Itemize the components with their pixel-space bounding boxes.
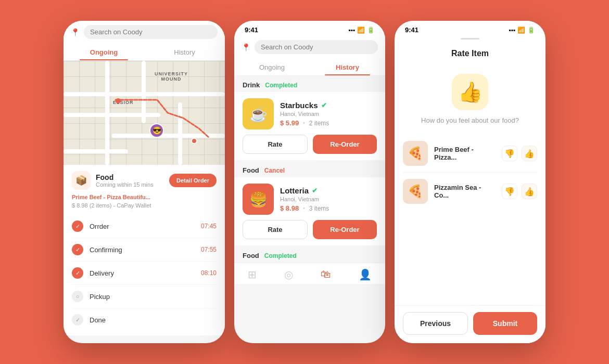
food-icon: 📦 [72,171,91,190]
starbucks-price: $ 5.99 [280,119,299,127]
section-header-food2: Food Completed [234,246,385,263]
lotteria-location: Hanoi, Vietnam [280,196,377,202]
phone-1: 📍 Ongoing History UNIVERSITYMOUND ELSIOR… [64,21,225,343]
rate-item-2: 🍕 Pizzamin Sea - Co... 👎 👍 [403,173,537,210]
rate-item-1: 🍕 Prime Beef - Pizza... 👎 👍 [403,135,537,173]
lotteria-price: $ 8.98 [280,204,299,212]
starbucks-reorder-button[interactable]: Re-Order [313,135,377,154]
search-input-2[interactable] [255,40,378,54]
starbucks-verified: ✔ [321,101,327,109]
submit-button[interactable]: Submit [473,312,537,335]
step-time-delivery: 08:10 [201,269,217,277]
nav-grid[interactable]: ⊞ [248,268,257,281]
rate-item-thumb-1: 🍕 [403,141,428,166]
search-input-1[interactable] [84,25,218,39]
destination-pin [191,138,197,144]
route-svg [64,61,225,165]
drag-handle [461,38,479,40]
nav-bag[interactable]: 🛍 [321,268,331,281]
driver-avatar: 😎 [149,123,164,138]
order-starbucks: ☕ Starbucks ✔ Hanoi, Vietnam $ 5.99 • 2 … [234,92,385,160]
detail-order-button[interactable]: Detail Order [169,174,217,187]
step-label-pickup: Pickup [90,293,210,301]
section-header-drink: Drink Completed [234,76,385,92]
bottom-nav-2: ⊞ ◎ 🛍 👤 [234,263,385,284]
section-type-drink: Drink [243,81,260,89]
rate-item-name-1: Prime Beef - Pizza... [434,146,496,161]
rate-item-name-2: Pizzamin Sea - Co... [434,184,496,199]
step-label-confirming: Confirming [90,246,195,254]
status-time-3: 9:41 [405,26,418,34]
status-bar-2: 9:41 ▪▪▪ 📶 🔋 [234,21,385,36]
map-view: UNIVERSITYMOUND ELSIOR 😎 [64,61,225,165]
order-lotteria: 🍔 Lotteria ✔ Hanoi, Vietnam $ 8.98 • 3 i… [234,177,385,245]
step-icon-order: ✓ [72,220,83,232]
step-icon-confirming: ✓ [72,244,83,255]
order-item-name: Prime Beef - Pizza Beautifu... [72,194,217,200]
rate-thumbs-1: 👎 👍 [502,146,537,161]
starbucks-items: 2 items [309,120,329,127]
signal-icon: ▪▪▪ [348,27,355,34]
starbucks-info: Starbucks ✔ Hanoi, Vietnam $ 5.99 • 2 it… [280,101,377,127]
rate-item-title: Rate Item [395,42,545,63]
section-header-food: Food Cancel [234,161,385,177]
thumbs-down-1[interactable]: 👎 [502,146,517,161]
rate-items-list: 🍕 Prime Beef - Pizza... 👎 👍 🍕 Pizzamin S… [395,129,545,223]
rate-emoji: 👍 [452,74,488,110]
rate-footer: Previous Submit [395,305,545,343]
step-icon-done: ✓ [72,314,83,326]
steps-list: ✓ Orrder 07:45 ✓ Confirming 07:55 ✓ Deli… [64,215,225,335]
signal-icon-3: ▪▪▪ [509,27,515,34]
location-icon-2: 📍 [242,43,250,51]
tab-history[interactable]: History [144,43,225,60]
tab2-history[interactable]: History [310,58,385,75]
status-time-2: 9:41 [245,26,258,34]
thumbs-up-2[interactable]: 👍 [522,184,537,199]
rate-item-thumb-2: 🍕 [403,179,428,204]
order-price: $ 8.98 (2 items) - CaPay Wallet [72,202,217,209]
lotteria-thumb: 🍔 [243,184,274,215]
step-pickup: ○ Pickup [72,285,217,308]
previous-button[interactable]: Previous [403,312,468,335]
lotteria-verified: ✔ [312,187,318,194]
order-subtitle: Coming within 15 mins [96,181,154,188]
step-icon-delivery: ✓ [72,267,83,279]
section-status-food: Cancel [264,167,285,174]
thumbs-up-1[interactable]: 👍 [522,146,537,161]
starbucks-rate-button[interactable]: Rate [243,135,308,154]
lotteria-reorder-button[interactable]: Re-Order [313,220,377,239]
tab-ongoing[interactable]: Ongoing [64,43,144,60]
order-title: Food [96,173,154,181]
thumbs-down-2[interactable]: 👎 [502,184,517,199]
section-status-food2: Completed [264,252,297,259]
rate-emoji-section: 👍 How do you feel about our food? [395,63,545,129]
nav-compass[interactable]: ◎ [284,268,293,281]
starbucks-thumb: ☕ [243,98,274,129]
status-bar-3: 9:41 ▪▪▪ 📶 🔋 [395,21,545,36]
lotteria-name: Lotteria ✔ [280,186,377,195]
rate-thumbs-2: 👎 👍 [502,184,537,199]
section-type-food2: Food [243,252,259,259]
starbucks-location: Hanoi, Vietnam [280,111,377,117]
section-type-food: Food [243,166,259,174]
tab-bar-2: Ongoing History [234,58,385,76]
phone-3: 9:41 ▪▪▪ 📶 🔋 Rate Item 👍 How do you feel… [395,21,545,343]
location-icon: 📍 [71,28,80,36]
section-status-drink: Completed [265,82,297,89]
start-pin [116,98,121,103]
step-confirming: ✓ Confirming 07:55 [72,238,217,262]
step-delivery: ✓ Delivery 08:10 [72,262,217,285]
status-icons-2: ▪▪▪ 📶 🔋 [348,27,375,34]
tab-bar-1: Ongoing History [64,43,225,61]
step-label-order: Orrder [90,223,195,230]
battery-icon: 🔋 [367,27,375,34]
step-time-confirming: 07:55 [201,246,217,253]
status-icons-3: ▪▪▪ 📶 🔋 [509,27,535,34]
step-order: ✓ Orrder 07:45 [72,215,217,238]
lotteria-items: 3 items [309,205,329,212]
lotteria-rate-button[interactable]: Rate [243,220,308,239]
tab2-ongoing[interactable]: Ongoing [234,58,310,75]
nav-user[interactable]: 👤 [359,268,372,281]
wifi-icon: 📶 [357,27,365,34]
phone-2: 9:41 ▪▪▪ 📶 🔋 📍 Ongoing History Drink Com… [234,21,385,343]
